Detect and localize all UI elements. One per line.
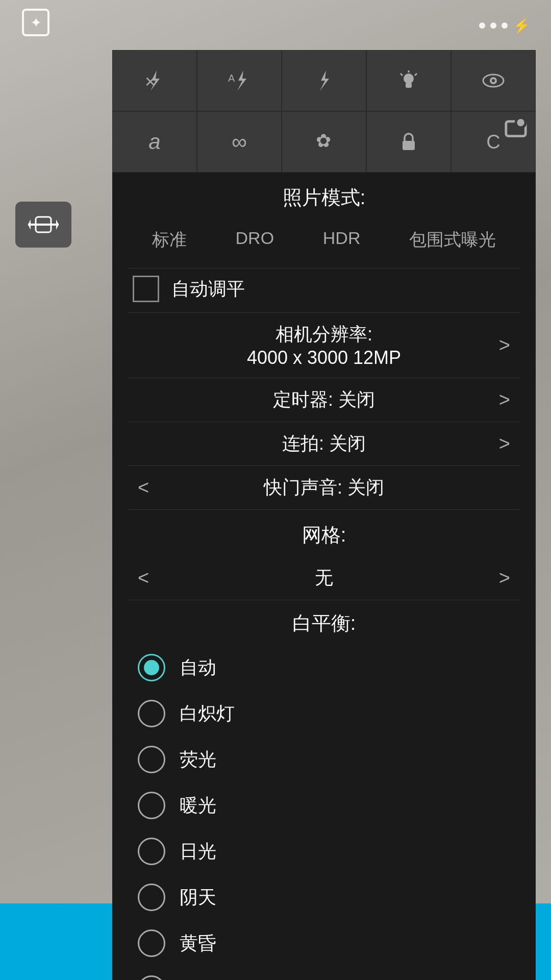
- flash-auto-button[interactable]: A: [197, 50, 282, 111]
- svg-line-11: [415, 74, 417, 76]
- wb-shade-radio[interactable]: [138, 975, 165, 980]
- wb-auto-radio[interactable]: [138, 654, 165, 681]
- mode-dro[interactable]: DRO: [228, 224, 283, 256]
- wb-dusk-radio[interactable]: [138, 929, 165, 957]
- svg-point-19: [517, 119, 524, 126]
- wb-auto-row[interactable]: 自动: [112, 645, 536, 691]
- wb-incandescent-row[interactable]: 白炽灯: [112, 691, 536, 737]
- svg-rect-16: [403, 141, 415, 150]
- auto-level-label: 自动调平: [171, 277, 245, 302]
- svg-rect-8: [406, 83, 412, 88]
- wb-warm-label: 暖光: [180, 793, 216, 818]
- flash-indicator-icon: ⚡: [513, 17, 531, 34]
- focus-lock-button[interactable]: [366, 111, 451, 173]
- burst-arrow-icon[interactable]: >: [499, 433, 510, 455]
- shutter-row[interactable]: < 快门声音: 关闭: [112, 466, 536, 509]
- flash-on-button[interactable]: [282, 50, 366, 111]
- flip-icon: [26, 212, 61, 237]
- auto-level-checkbox[interactable]: [133, 276, 159, 302]
- infinity-focus-button[interactable]: ∞: [197, 111, 282, 173]
- burst-row[interactable]: 连拍: 关闭 >: [112, 422, 536, 465]
- timer-label: 定时器: 关闭: [273, 387, 375, 412]
- dot-1: [479, 22, 485, 29]
- grid-value: 无: [315, 566, 333, 591]
- settings-panel: ✕ A: [112, 50, 536, 980]
- timer-arrow-icon[interactable]: >: [499, 389, 510, 411]
- grid-value-row[interactable]: < 无 >: [112, 556, 536, 600]
- dot-2: [490, 22, 496, 29]
- wb-daylight-row[interactable]: 日光: [112, 828, 536, 874]
- edit-icon[interactable]: ✦: [20, 7, 51, 44]
- svg-line-10: [400, 74, 403, 76]
- svg-marker-5: [237, 70, 246, 91]
- wb-shade-label: 阴影: [180, 977, 216, 981]
- svg-point-7: [404, 74, 414, 84]
- eye-mode-button[interactable]: [451, 50, 536, 111]
- wb-auto-label: 自动: [180, 655, 216, 680]
- svg-point-14: [492, 79, 495, 82]
- wb-cloudy-label: 阴天: [180, 885, 216, 910]
- grid-arrow-left-icon[interactable]: <: [138, 567, 149, 589]
- svg-text:✿: ✿: [316, 130, 331, 151]
- wb-daylight-radio[interactable]: [138, 838, 165, 865]
- shutter-arrow-left-icon[interactable]: <: [138, 477, 149, 499]
- wb-warm-radio[interactable]: [138, 792, 165, 819]
- more-menu[interactable]: ⚡: [479, 17, 531, 34]
- svg-text:✦: ✦: [30, 15, 42, 31]
- resolution-label: 相机分辨率:: [247, 322, 401, 347]
- wb-dusk-label: 黄昏: [180, 931, 216, 956]
- burst-label: 连拍: 关闭: [282, 431, 366, 456]
- dot-3: [502, 22, 508, 29]
- macro-button[interactable]: ✿: [282, 111, 366, 173]
- flash-off-button[interactable]: ✕: [112, 50, 197, 111]
- mode-standard[interactable]: 标准: [144, 224, 195, 256]
- mode-hdr[interactable]: HDR: [315, 224, 369, 256]
- svg-marker-21: [28, 219, 31, 230]
- wb-section-label: 白平衡:: [112, 600, 536, 645]
- resolution-arrow-icon[interactable]: >: [499, 334, 510, 356]
- wb-shade-row[interactable]: 阴影: [112, 966, 536, 980]
- mode-bracketing[interactable]: 包围式曝光: [401, 224, 504, 256]
- wb-dusk-row[interactable]: 黄昏: [112, 920, 536, 966]
- wb-incandescent-label: 白炽灯: [180, 701, 235, 726]
- focus-icon-row: a ∞ ✿ C: [112, 111, 536, 173]
- continuous-focus-button[interactable]: C: [451, 111, 536, 173]
- auto-focus-button[interactable]: a: [112, 111, 197, 173]
- auto-level-row: 自动调平: [112, 268, 536, 312]
- wb-incandescent-radio[interactable]: [138, 700, 165, 727]
- wb-warm-row[interactable]: 暖光: [112, 782, 536, 828]
- svg-marker-22: [56, 219, 59, 230]
- wb-auto-radio-inner: [144, 660, 159, 675]
- wb-cloudy-radio[interactable]: [138, 884, 165, 911]
- timer-row[interactable]: 定时器: 关闭 >: [112, 378, 536, 422]
- shutter-label: 快门声音: 关闭: [264, 475, 384, 500]
- wb-fluorescent-radio[interactable]: [138, 746, 165, 773]
- wb-daylight-label: 日光: [180, 839, 216, 864]
- flash-icon-row: ✕ A: [112, 50, 536, 111]
- resolution-section: 相机分辨率: 4000 x 3000 12MP >: [112, 313, 536, 378]
- photo-mode-row: 标准 DRO HDR 包围式曝光: [112, 219, 536, 268]
- svg-marker-6: [320, 70, 329, 91]
- svg-text:A: A: [228, 72, 235, 84]
- resolution-value: 4000 x 3000 12MP: [247, 347, 401, 369]
- grid-label: 网格:: [112, 510, 536, 556]
- torch-button[interactable]: [366, 50, 451, 111]
- top-bar: ✦ ⚡: [0, 0, 551, 51]
- wb-cloudy-row[interactable]: 阴天: [112, 874, 536, 920]
- grid-arrow-right-icon[interactable]: >: [499, 567, 510, 589]
- photo-mode-label: 照片模式:: [112, 173, 536, 219]
- wb-fluorescent-label: 荧光: [180, 747, 216, 772]
- flip-camera-button[interactable]: [15, 202, 71, 248]
- wb-options-list: 自动 白炽灯 荧光 暖光 日光 阴天 黄昏 阴影: [112, 645, 536, 980]
- wb-fluorescent-row[interactable]: 荧光: [112, 737, 536, 782]
